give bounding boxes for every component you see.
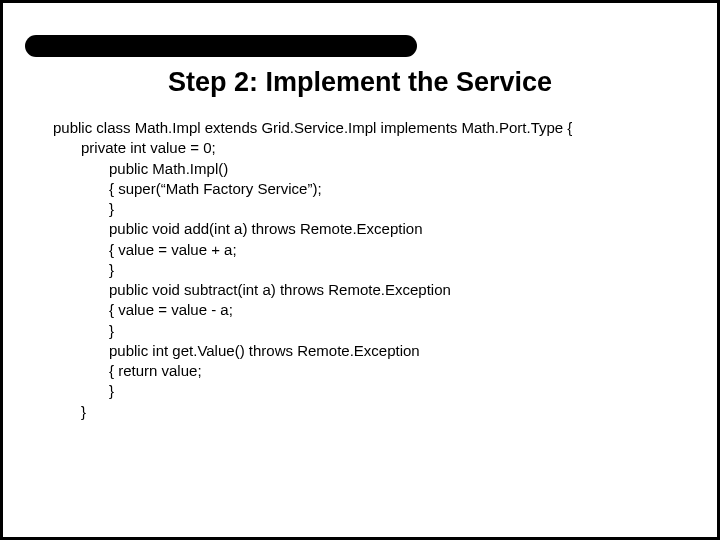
code-line: public void subtract(int a) throws Remot… <box>53 280 677 300</box>
code-line: { value = value - a; <box>53 300 677 320</box>
code-line: { return value; <box>53 361 677 381</box>
slide-frame: Step 2: Implement the Service public cla… <box>0 0 720 540</box>
code-line: private int value = 0; <box>53 138 677 158</box>
code-line: } <box>53 321 677 341</box>
code-line: } <box>53 260 677 280</box>
title-rest: Implement the Service <box>258 67 552 97</box>
code-line: { value = value + a; <box>53 240 677 260</box>
decorative-bar <box>25 35 417 57</box>
code-line: } <box>53 199 677 219</box>
code-line: public int get.Value() throws Remote.Exc… <box>53 341 677 361</box>
title-step: Step 2: <box>168 67 258 97</box>
code-line: { super(“Math Factory Service”); <box>53 179 677 199</box>
code-line: } <box>53 402 677 422</box>
code-line: public void add(int a) throws Remote.Exc… <box>53 219 677 239</box>
code-line: public Math.Impl() <box>53 159 677 179</box>
slide-title: Step 2: Implement the Service <box>3 67 717 98</box>
code-line: } <box>53 381 677 401</box>
code-line: public class Math.Impl extends Grid.Serv… <box>53 118 677 138</box>
code-block: public class Math.Impl extends Grid.Serv… <box>53 118 677 422</box>
